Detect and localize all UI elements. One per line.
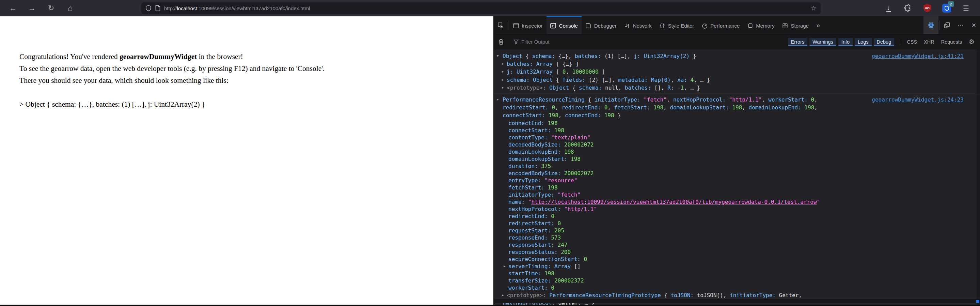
token bbox=[725, 96, 729, 103]
token: responseStatus: bbox=[508, 249, 558, 255]
expand-arrow-icon[interactable]: ▶ bbox=[504, 263, 505, 270]
token: "http/1.1" bbox=[564, 206, 597, 212]
page-info-icon[interactable] bbox=[155, 5, 161, 11]
bookmark-star-icon[interactable]: ☆ bbox=[811, 5, 816, 12]
filter-toggle-info[interactable]: Info bbox=[838, 38, 853, 46]
custom-tool-button[interactable] bbox=[923, 16, 939, 34]
devtools-menu-button[interactable]: ⋯ bbox=[954, 16, 968, 34]
trash-icon bbox=[498, 39, 504, 45]
token bbox=[538, 163, 541, 169]
filter-toggle-logs[interactable]: Logs bbox=[855, 38, 871, 46]
console-log-line: responseEnd: 573 bbox=[494, 234, 970, 241]
token bbox=[801, 104, 805, 111]
page-line-1: Congratulations! You've rendered geoarro… bbox=[19, 51, 480, 63]
token bbox=[561, 148, 564, 155]
token: 573 bbox=[551, 234, 561, 241]
forward-button[interactable]: → bbox=[26, 0, 38, 16]
tab-style-editor[interactable]: {}Style Editor bbox=[655, 16, 698, 34]
tab-console[interactable]: Console bbox=[547, 16, 582, 34]
back-button[interactable]: ← bbox=[7, 0, 19, 16]
devtools-close-button[interactable]: ✕ bbox=[968, 16, 980, 34]
home-button[interactable]: ⌂ bbox=[64, 0, 76, 16]
token: , bbox=[566, 69, 572, 75]
expand-arrow-icon[interactable]: ▶ bbox=[502, 60, 504, 68]
token: , bbox=[671, 76, 677, 83]
console-settings-button[interactable]: ⚙ bbox=[967, 38, 977, 46]
console-log-line: connectStart: 198, connectEnd: 198 } bbox=[494, 112, 970, 119]
extensions-button[interactable] bbox=[903, 3, 913, 13]
token: 198 bbox=[654, 104, 663, 111]
responsive-design-button[interactable] bbox=[940, 16, 954, 34]
console-log-line: domainLookupEnd: 198 bbox=[494, 148, 970, 155]
filter-toggle-requests[interactable]: Requests bbox=[939, 38, 965, 46]
console-log-line: ▶<prototype>: PerformanceResourceTimingP… bbox=[494, 292, 970, 299]
bitwarden-button[interactable]: 2 bbox=[942, 3, 952, 13]
window-bottom-edge bbox=[0, 304, 980, 306]
token: Object bbox=[503, 53, 522, 59]
ublock-shield-icon: UO bbox=[923, 4, 932, 13]
collapse-arrow-icon[interactable]: ▼ bbox=[497, 52, 498, 60]
memory-icon bbox=[747, 23, 753, 29]
console-log-line: ▶j: Uint32Array [ 0, 10000000 ] bbox=[494, 68, 970, 76]
tab-storage[interactable]: Storage bbox=[778, 16, 813, 34]
inspector-icon bbox=[513, 23, 519, 29]
filter-funnel-icon bbox=[514, 39, 519, 44]
url-bar[interactable]: http://localhost:10099/session/viewhtml1… bbox=[141, 2, 821, 14]
shield-permissions-icon[interactable] bbox=[145, 5, 151, 11]
token bbox=[545, 112, 549, 119]
token: 200002072 bbox=[564, 142, 594, 148]
token bbox=[808, 96, 811, 103]
token: Uint32Array bbox=[517, 69, 553, 75]
collapse-arrow-icon[interactable]: ▼ bbox=[497, 96, 498, 104]
token: , … } bbox=[684, 84, 700, 91]
token: workerStart: bbox=[768, 96, 808, 103]
console-input-row[interactable] bbox=[494, 299, 980, 303]
tab-inspector[interactable]: Inspector bbox=[509, 16, 547, 34]
reload-button[interactable]: ↻ bbox=[45, 0, 57, 16]
downloads-button[interactable]: ↓ bbox=[883, 3, 894, 13]
toolbar-right: ↓ UO 2 ☰ bbox=[883, 0, 980, 16]
ublock-button[interactable]: UO bbox=[922, 3, 932, 13]
expand-arrow-icon[interactable]: ▶ bbox=[502, 68, 504, 76]
token: nextHopProtocol: bbox=[673, 96, 725, 103]
token: " bbox=[528, 199, 531, 205]
expand-arrow-icon[interactable]: ▶ bbox=[502, 292, 504, 299]
filter-toggle-debug[interactable]: Debug bbox=[874, 38, 894, 46]
console-log-line: ▼PerformanceResourceTiming { initiatorTy… bbox=[494, 96, 970, 104]
token: Object bbox=[549, 84, 569, 91]
token: fields: bbox=[563, 76, 585, 83]
token bbox=[567, 156, 571, 162]
tab-performance[interactable]: Performance bbox=[698, 16, 743, 34]
clear-console-button[interactable] bbox=[497, 39, 505, 45]
hamburger-icon: ☰ bbox=[963, 4, 969, 12]
expand-arrow-icon[interactable]: ▶ bbox=[502, 84, 504, 92]
filter-toggle-errors[interactable]: Errors bbox=[788, 38, 807, 46]
token bbox=[554, 242, 558, 248]
token: <prototype>: bbox=[507, 84, 549, 91]
tab-label: Storage bbox=[791, 23, 809, 29]
app-menu-button[interactable]: ☰ bbox=[961, 3, 971, 13]
pick-element-button[interactable] bbox=[494, 16, 508, 34]
svg-text:UO: UO bbox=[925, 6, 930, 10]
filter-toggle-xhr[interactable]: XHR bbox=[921, 38, 937, 46]
token bbox=[530, 76, 533, 83]
source-link[interactable]: geoarrowDummyWidget.js:24:23 bbox=[872, 96, 964, 104]
filter-toggle-warnings[interactable]: Warnings bbox=[810, 38, 836, 46]
token: batches: bbox=[625, 84, 651, 91]
token bbox=[548, 213, 551, 220]
token: workerStart: bbox=[508, 285, 548, 291]
tab-debugger[interactable]: Debugger bbox=[582, 16, 620, 34]
source-link[interactable]: geoarrowDummyWidget.js:41:21 bbox=[872, 52, 964, 60]
expand-arrow-icon[interactable]: ▶ bbox=[502, 76, 504, 84]
filter-output-input[interactable]: Filter Output bbox=[521, 39, 550, 45]
more-tabs-button[interactable]: » bbox=[813, 16, 824, 34]
token bbox=[561, 142, 564, 148]
home-icon: ⌂ bbox=[68, 3, 73, 13]
tab-network[interactable]: Network bbox=[620, 16, 655, 34]
console-log-line: nextHopProtocol: "http/1.1" bbox=[494, 206, 970, 213]
token: redirectEnd: bbox=[562, 104, 601, 111]
tab-memory[interactable]: Memory bbox=[743, 16, 778, 34]
filter-toggle-css[interactable]: CSS bbox=[904, 38, 920, 46]
token: , bbox=[555, 104, 562, 111]
token bbox=[641, 96, 644, 103]
